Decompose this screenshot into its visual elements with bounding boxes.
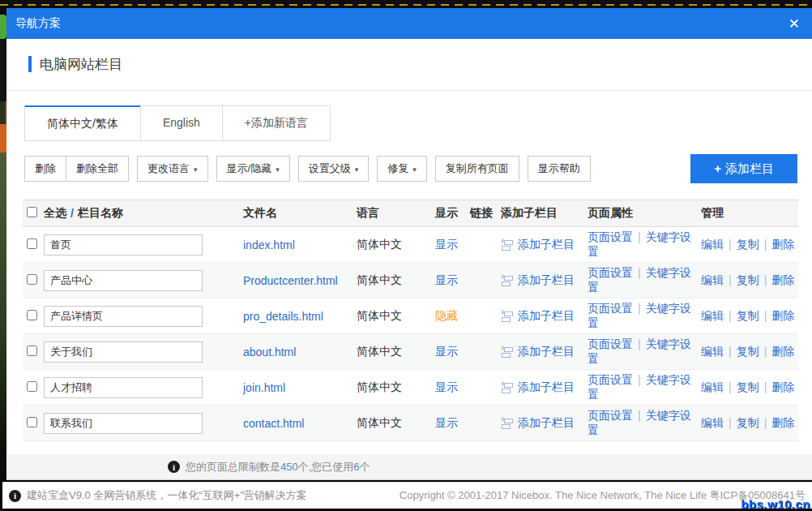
- plus-icon: +: [714, 161, 721, 175]
- delete-all-button[interactable]: 删除全部: [66, 156, 129, 182]
- row-checkbox[interactable]: [27, 346, 37, 356]
- page-settings-link[interactable]: 页面设置: [588, 230, 633, 243]
- background-dark-area: [0, 39, 6, 101]
- language-value: 简体中文: [357, 380, 435, 395]
- background-red-glyph: [0, 101, 6, 124]
- separator: |: [729, 416, 732, 429]
- edit-link[interactable]: 编辑: [701, 345, 724, 358]
- repair-dropdown[interactable]: 修复▾: [377, 156, 427, 182]
- visibility-toggle[interactable]: 显示: [435, 238, 470, 252]
- page-settings-link[interactable]: 页面设置: [588, 302, 633, 315]
- table-row: Productcenter.html 简体中文 显示 添加子栏目 页面设置|关键…: [23, 263, 798, 298]
- header-language: 语言: [357, 206, 435, 221]
- visibility-toggle[interactable]: 显示: [435, 345, 470, 359]
- header-show: 显示: [435, 206, 470, 221]
- delete-link[interactable]: 删除: [771, 238, 794, 251]
- file-link[interactable]: Productcenter.html: [243, 274, 357, 287]
- separator: |: [638, 266, 641, 279]
- file-link[interactable]: pro_details.html: [243, 310, 357, 323]
- row-checkbox[interactable]: [27, 274, 37, 285]
- header-column-name: 栏目名称: [78, 206, 123, 221]
- language-value: 简体中文: [357, 416, 435, 431]
- copy-link[interactable]: 复制: [737, 238, 759, 251]
- columns-table: 全选/栏目名称 文件名 语言 显示 链接 添加子栏目 页面属性 管理 index…: [23, 200, 798, 441]
- set-parent-label: 设置父级: [309, 162, 351, 174]
- visibility-toggle[interactable]: 显示: [435, 273, 470, 288]
- change-language-dropdown[interactable]: 更改语言▾: [137, 156, 208, 182]
- page-settings-link[interactable]: 页面设置: [588, 373, 633, 386]
- page-settings-link[interactable]: 页面设置: [588, 337, 633, 350]
- header-link: 链接: [470, 206, 501, 221]
- tab-english[interactable]: English: [140, 105, 223, 140]
- table-row: about.html 简体中文 显示 添加子栏目 页面设置|关键字设置 编辑|复…: [23, 334, 798, 370]
- background-page-edge: [0, 0, 6, 511]
- add-sub-column-icon: [501, 310, 514, 323]
- site-watermark: bbs.w10.cn: [741, 497, 810, 511]
- set-parent-dropdown[interactable]: 设置父级▾: [298, 156, 370, 182]
- page-settings-link[interactable]: 页面设置: [588, 409, 633, 422]
- row-checkbox[interactable]: [27, 417, 37, 427]
- file-link[interactable]: about.html: [243, 346, 357, 359]
- copy-link[interactable]: 复制: [737, 309, 759, 322]
- add-sub-column-link[interactable]: 添加子栏目: [518, 238, 575, 252]
- copy-link[interactable]: 复制: [737, 416, 759, 429]
- copy-link[interactable]: 复制: [737, 380, 759, 393]
- separator: |: [638, 409, 641, 422]
- separator: |: [729, 309, 732, 322]
- delete-link[interactable]: 删除: [771, 273, 794, 286]
- add-sub-column-link[interactable]: 添加子栏目: [518, 380, 575, 395]
- row-checkbox[interactable]: [27, 381, 37, 392]
- separator: |: [764, 273, 767, 286]
- add-column-button[interactable]: +添加栏目: [690, 154, 797, 183]
- add-sub-column-link[interactable]: 添加子栏目: [518, 345, 575, 359]
- copy-link[interactable]: 复制: [737, 273, 759, 286]
- column-name-input[interactable]: [44, 377, 203, 398]
- edit-link[interactable]: 编辑: [701, 416, 724, 429]
- column-name-input[interactable]: [44, 306, 203, 327]
- close-icon[interactable]: ✕: [788, 17, 800, 31]
- add-sub-column-link[interactable]: 添加子栏目: [518, 416, 575, 431]
- page-title: 电脑网站栏目: [40, 55, 122, 74]
- edit-link[interactable]: 编辑: [701, 273, 724, 286]
- header-filename: 文件名: [243, 206, 357, 221]
- row-checkbox[interactable]: [27, 310, 37, 320]
- edit-link[interactable]: 编辑: [701, 309, 724, 322]
- table-row: pro_details.html 简体中文 隐藏 添加子栏目 页面设置|关键字设…: [23, 298, 798, 334]
- show-help-button[interactable]: 显示帮助: [528, 156, 591, 182]
- page-limit-info-bar: i 您的页面总限制数是 450 个,您已使用 6 个: [6, 454, 812, 480]
- page-settings-link[interactable]: 页面设置: [588, 266, 633, 279]
- add-sub-column-link[interactable]: 添加子栏目: [518, 273, 575, 288]
- tab-simplified-chinese[interactable]: 简体中文/繁体: [24, 105, 141, 140]
- add-sub-column-link[interactable]: 添加子栏目: [518, 309, 575, 324]
- file-link[interactable]: contact.html: [243, 417, 357, 430]
- tab-add-language[interactable]: +添加新语言: [222, 105, 331, 140]
- file-link[interactable]: index.html: [243, 238, 357, 251]
- limit-count: 450: [280, 461, 298, 473]
- edit-link[interactable]: 编辑: [701, 238, 724, 251]
- column-name-input[interactable]: [44, 234, 203, 256]
- delete-link[interactable]: 删除: [771, 380, 794, 393]
- delete-link[interactable]: 删除: [771, 345, 794, 358]
- chevron-down-icon: ▾: [412, 165, 417, 174]
- copy-link[interactable]: 复制: [737, 345, 759, 358]
- visibility-toggle[interactable]: 显示: [435, 380, 470, 395]
- column-name-input[interactable]: [44, 270, 203, 291]
- edit-link[interactable]: 编辑: [701, 380, 724, 393]
- header-page-attr: 页面属性: [588, 206, 701, 221]
- delete-link[interactable]: 删除: [771, 416, 794, 429]
- delete-button[interactable]: 删除: [24, 156, 66, 182]
- marquee-dashed-line: [0, 4, 812, 6]
- visibility-toggle[interactable]: 显示: [435, 416, 470, 431]
- row-checkbox[interactable]: [27, 238, 37, 249]
- delete-link[interactable]: 删除: [771, 309, 794, 322]
- background-top-strip: [0, 0, 812, 8]
- column-name-input[interactable]: [44, 413, 203, 434]
- section-title-row: 电脑网站栏目: [28, 54, 812, 75]
- visibility-toggle[interactable]: 隐藏: [435, 309, 470, 324]
- file-link[interactable]: join.html: [243, 381, 357, 394]
- column-name-input[interactable]: [44, 341, 203, 363]
- copy-all-pages-button[interactable]: 复制所有页面: [435, 156, 519, 182]
- show-hide-dropdown[interactable]: 显示/隐藏▾: [216, 156, 290, 182]
- table-row: contact.html 简体中文 显示 添加子栏目 页面设置|关键字设置 编辑…: [23, 406, 798, 441]
- select-all-checkbox[interactable]: [27, 207, 37, 217]
